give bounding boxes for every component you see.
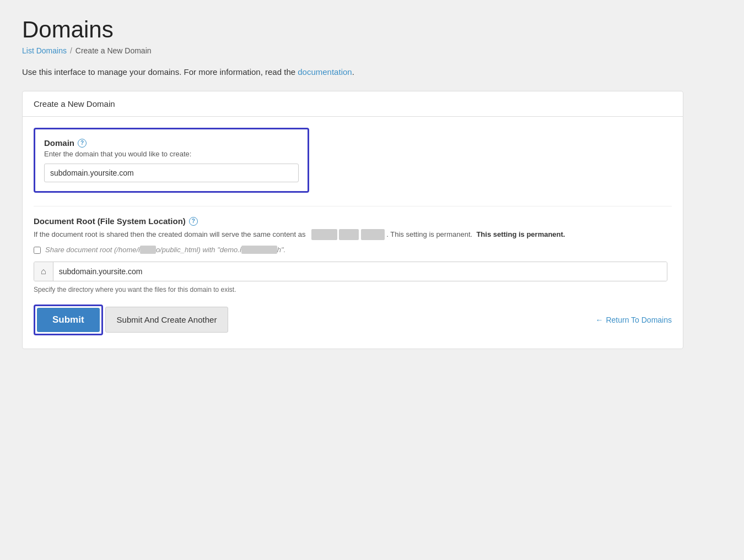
- documentation-link[interactable]: documentation: [298, 67, 352, 77]
- submit-btn-wrapper: Submit: [34, 305, 103, 335]
- breadcrumb-list-domains[interactable]: List Domains: [22, 46, 67, 55]
- domain-description: Enter the domain that you would like to …: [44, 150, 299, 158]
- page-title: Domains: [22, 17, 722, 43]
- domain-field-section: Domain ? Enter the domain that you would…: [34, 128, 309, 193]
- blurred-domain-2: [339, 229, 359, 240]
- intro-text: Use this interface to manage your domain…: [22, 67, 722, 77]
- return-arrow-icon: ←: [595, 316, 603, 324]
- doc-root-input[interactable]: [53, 262, 667, 281]
- doc-root-input-wrapper: ⌂: [34, 262, 667, 281]
- domain-input[interactable]: [44, 164, 299, 182]
- doc-root-description: If the document root is shared then the …: [34, 229, 672, 240]
- card-body: Domain ? Enter the domain that you would…: [23, 117, 683, 349]
- domain-help-icon[interactable]: ?: [78, 139, 87, 148]
- breadcrumb-separator: /: [70, 46, 72, 55]
- domain-label: Domain ?: [44, 138, 299, 148]
- submit-button[interactable]: Submit: [37, 308, 100, 332]
- doc-root-section: Document Root (File System Location) ? I…: [34, 216, 672, 293]
- breadcrumb: List Domains / Create a New Domain: [22, 46, 722, 55]
- create-domain-card: Create a New Domain Domain ? Enter the d…: [22, 91, 683, 349]
- dir-hint: Specify the directory where you want the…: [34, 286, 672, 293]
- blurred-domain-3: g.com: [361, 229, 385, 240]
- share-doc-root-label: Share document root (/home/i o/public_ht…: [45, 246, 285, 254]
- share-doc-root-checkbox[interactable]: [34, 247, 41, 254]
- doc-root-label: Document Root (File System Location) ?: [34, 216, 672, 226]
- section-divider: [34, 206, 672, 206]
- doc-root-help-icon[interactable]: ?: [189, 217, 198, 226]
- return-to-domains-link[interactable]: ← Return To Domains: [595, 316, 672, 324]
- breadcrumb-current: Create a New Domain: [76, 46, 152, 55]
- home-icon: ⌂: [34, 262, 53, 281]
- blurred-domain-1: demo.i: [311, 229, 337, 240]
- button-row: Submit Submit And Create Another ← Retur…: [34, 305, 672, 335]
- card-header: Create a New Domain: [23, 91, 683, 117]
- submit-and-create-another-button[interactable]: Submit And Create Another: [105, 307, 229, 333]
- share-doc-root-row: Share document root (/home/i o/public_ht…: [34, 246, 672, 254]
